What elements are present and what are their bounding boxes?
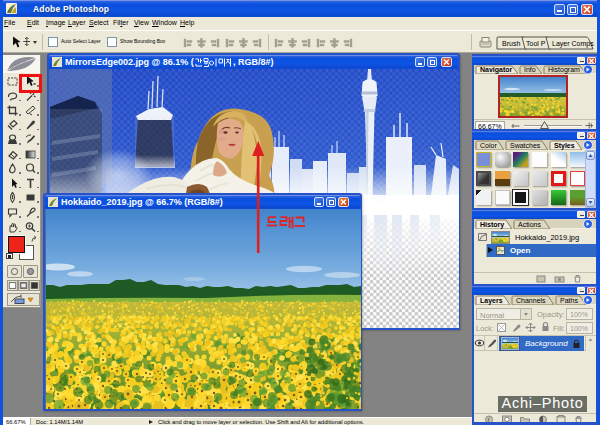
- svg-text:History: History: [480, 221, 504, 229]
- svg-text:Histogram: Histogram: [548, 66, 580, 74]
- svg-text:Info: Info: [524, 66, 536, 73]
- svg-text:Swatches: Swatches: [510, 142, 541, 149]
- svg-text:Actions: Actions: [518, 221, 541, 228]
- svg-text:Color: Color: [480, 142, 497, 149]
- svg-text:Brush: Brush: [502, 40, 520, 47]
- svg-text:Layer Comps: Layer Comps: [552, 40, 594, 48]
- svg-text:Navigator: Navigator: [480, 66, 513, 74]
- svg-text:Paths: Paths: [560, 297, 578, 304]
- svg-text:Tool P: Tool P: [526, 40, 546, 47]
- svg-text:Channels: Channels: [516, 297, 546, 304]
- svg-text:Styles: Styles: [554, 142, 575, 150]
- svg-text:Layers: Layers: [480, 297, 503, 305]
